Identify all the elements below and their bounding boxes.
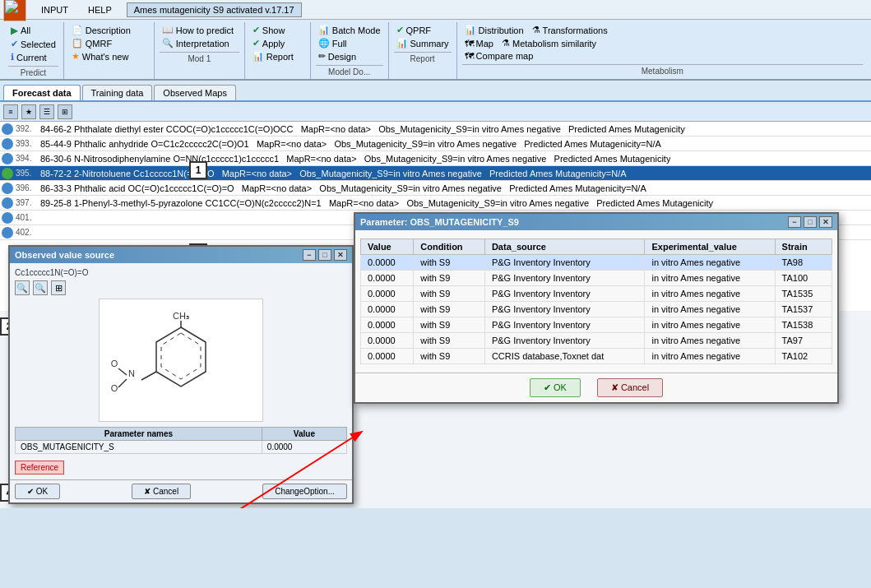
obs2-table-row[interactable]: 0.0000with S9CCRIS database,Toxnet datin… [361, 349, 832, 364]
btn-qmrf[interactable]: 📋 QMRF [69, 37, 149, 49]
obs2-maximize[interactable]: □ [804, 216, 817, 228]
btn-map[interactable]: 🗺 Map [462, 37, 496, 49]
param-table-header-value: Value [262, 428, 346, 441]
btn-description[interactable]: 📄 Description [69, 24, 149, 36]
btn-qprf[interactable]: ✔ QPRF [394, 24, 452, 36]
tab-training-data[interactable]: Training data [82, 85, 153, 100]
obs-ok-btn[interactable]: ✔ OK [15, 484, 60, 499]
data-row[interactable]: 397. 89-25-8 1-Phenyl-3-methyl-5-pyrazol… [0, 196, 871, 211]
distribution-icon: 📊 [465, 25, 476, 35]
svg-line-6 [118, 368, 127, 375]
smiles-text: Cc1ccccc1N(=O)=O [15, 268, 347, 277]
toolbar-icon-1[interactable]: ≡ [3, 104, 18, 119]
obs2-dialog: Parameter: OBS_MUTAGENICITY_S9 − □ ✕ Val… [354, 212, 839, 404]
svg-line-8 [118, 379, 127, 387]
toolbar-modeldo-section: ✔ Show ✔ Apply 📊 Report [245, 22, 311, 79]
data-row[interactable]: 394. 86-30-6 N-Nitrosodiphenylamine O=NN… [0, 151, 871, 166]
data-row-selected[interactable]: 395. 88-72-2 2-Nitrotoluene Cc1ccccc1N(=… [0, 166, 871, 181]
obs2-cell-exp_value: in vitro Ames negative [645, 317, 775, 333]
btn-selected[interactable]: ✔ Selected [8, 38, 58, 50]
obs2-dialog-body: Value Condition Data_source Experimental… [355, 230, 837, 373]
obs2-cancel-btn[interactable]: ✘ Cancel [597, 378, 663, 397]
report-label: Report [394, 52, 452, 63]
tab-forecast-data[interactable]: Forecast data [3, 85, 81, 100]
obs2-cell-data_source: P&G Inventory Inventory [484, 255, 645, 271]
obs2-cell-value: 0.0000 [361, 349, 414, 364]
btn-how-to-predict[interactable]: 📖 How to predict [160, 24, 239, 36]
data-row[interactable]: 392. 84-66-2 Phthalate diethyl ester CCO… [0, 122, 871, 137]
data-row[interactable]: 393. 85-44-9 Phthalic anhydride O=C1c2cc… [0, 137, 871, 151]
toolbar-mod-section: 📄 Description 📋 QMRF ★ What's new [64, 22, 155, 79]
play-icon: ▶ [11, 25, 18, 36]
btn-interpretation[interactable]: 🔍 Interpretation [160, 37, 239, 49]
obs2-cell-condition: with S9 [414, 317, 485, 333]
btn-report[interactable]: 📊 Report [250, 50, 305, 63]
svg-text:O: O [111, 383, 118, 393]
btn-distribution[interactable]: 📊 Distribution [462, 24, 526, 36]
tab-observed-maps[interactable]: Observed Maps [154, 85, 236, 100]
data-row[interactable]: 396. 86-33-3 Phthalic acid OC(=O)c1ccccc… [0, 181, 871, 196]
obs2-cell-strain: TA1538 [775, 317, 832, 333]
toolbar-icon-2[interactable]: ★ [21, 104, 36, 119]
zoom-in-btn[interactable]: 🔍 [15, 280, 30, 295]
col-condition: Condition [414, 239, 485, 255]
btn-transformations[interactable]: ⚗ Transformations [530, 24, 610, 36]
map-icon: 🗺 [465, 39, 474, 49]
toolbar-icon-4[interactable]: ⊞ [58, 104, 72, 119]
btn-summary[interactable]: 📊 Summary [394, 37, 452, 49]
param-table-header-name: Parameter names [16, 428, 262, 441]
btn-batch-mode[interactable]: 📊 Batch Mode [316, 24, 383, 36]
btn-current[interactable]: ℹ Current [8, 51, 58, 63]
btn-full[interactable]: 🌐 Full [316, 37, 383, 49]
obs2-close[interactable]: ✕ [819, 216, 832, 228]
toolbar-icon-3[interactable]: ☰ [39, 104, 54, 119]
btn-metabolism-similarity[interactable]: ⚗ Metabolism similarity [499, 37, 599, 49]
obs2-table-row[interactable]: 0.0000with S9P&G Inventory Inventoryin v… [361, 271, 832, 286]
obs2-table-row[interactable]: 0.0000with S9P&G Inventory Inventoryin v… [361, 317, 832, 333]
obs2-cell-strain: TA100 [775, 271, 832, 286]
tabs-bar: Forecast data Training data Observed Map… [0, 81, 871, 102]
btn-show[interactable]: ✔ Show [250, 24, 305, 36]
batch-icon: 📊 [318, 25, 330, 35]
obs2-table-row[interactable]: 0.0000with S9P&G Inventory Inventoryin v… [361, 255, 832, 271]
obs2-cell-value: 0.0000 [361, 286, 414, 302]
obs2-win-buttons: − □ ✕ [788, 216, 832, 228]
obs2-minimize[interactable]: − [788, 216, 801, 228]
obs2-table-row[interactable]: 0.0000with S9P&G Inventory Inventoryin v… [361, 286, 832, 302]
obs-dialog-maximize[interactable]: □ [318, 249, 331, 261]
book-icon: 📖 [162, 25, 174, 35]
obs2-cell-condition: with S9 [414, 333, 485, 349]
svg-text:N: N [128, 368, 135, 378]
btn-design[interactable]: ✏ Design [316, 50, 383, 63]
apply-icon: ✔ [252, 38, 260, 49]
obs2-ok-btn[interactable]: ✔ OK [530, 378, 581, 397]
zoom-fit-btn[interactable]: ⊞ [51, 280, 66, 295]
obs-cancel-btn[interactable]: ✘ Cancel [132, 484, 191, 499]
menu-input[interactable]: INPUT [36, 3, 73, 16]
zoom-out-btn[interactable]: 🔍 [33, 280, 48, 295]
btn-whats-new[interactable]: ★ What's new [69, 50, 149, 63]
obs2-cell-strain: TA98 [775, 255, 832, 271]
obs2-cell-data_source: CCRIS database,Toxnet dat [484, 349, 645, 364]
obs-dialog-footer: ✔ OK ✘ Cancel ChangeOption... [10, 479, 352, 502]
obs2-cell-value: 0.0000 [361, 317, 414, 333]
menu-help[interactable]: HELP [83, 3, 117, 16]
reference-button[interactable]: Reference [15, 461, 64, 475]
obs-dialog-close[interactable]: ✕ [334, 249, 347, 261]
qmrf-icon: 📋 [72, 38, 83, 49]
obs2-table-row[interactable]: 0.0000with S9P&G Inventory Inventoryin v… [361, 302, 832, 317]
obs-dialog-win-buttons: − □ ✕ [303, 249, 347, 261]
toolbar-predict-section: ▶ All ✔ Selected ℹ Current Predict [3, 22, 64, 79]
obs2-cell-value: 0.0000 [361, 333, 414, 349]
mol-zoom-controls: 🔍 🔍 ⊞ [15, 280, 347, 295]
btn-compare-map[interactable]: 🗺 Compare map [462, 50, 536, 62]
obs2-cell-condition: with S9 [414, 349, 485, 364]
row-icon [2, 197, 13, 209]
metabolism-sim-icon: ⚗ [502, 38, 510, 49]
obs2-table-row[interactable]: 0.0000with S9P&G Inventory Inventoryin v… [361, 333, 832, 349]
obs-change-option-btn[interactable]: ChangeOption... [262, 484, 347, 499]
btn-apply[interactable]: ✔ Apply [250, 37, 305, 49]
menu-bar: INPUT HELP Ames mutagenicity S9 activate… [0, 0, 871, 20]
btn-all[interactable]: ▶ All [8, 24, 58, 37]
obs-dialog-minimize[interactable]: − [303, 249, 316, 261]
